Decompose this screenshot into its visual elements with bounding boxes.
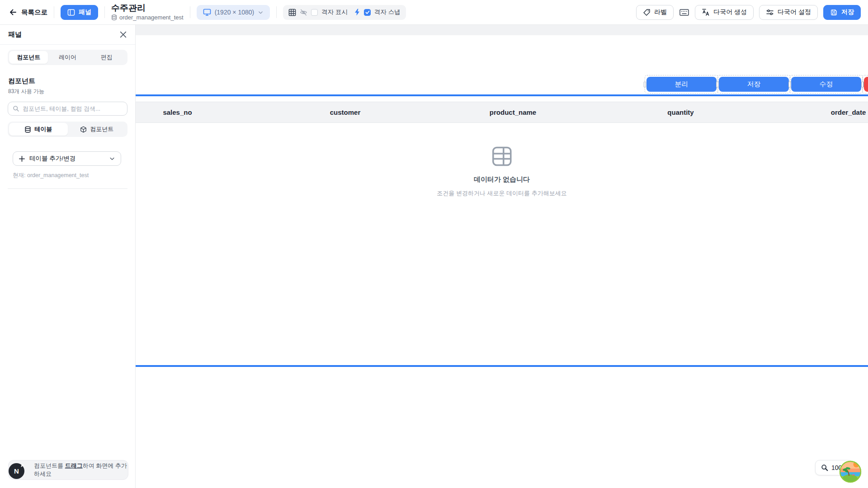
- table-selection-top-border: [136, 94, 868, 96]
- chevron-down-icon: [109, 155, 115, 162]
- page-title-block: 수주관리 order_management_test: [111, 4, 184, 21]
- close-icon[interactable]: [119, 31, 127, 38]
- selected-component-wrapper: 수정: [789, 75, 863, 94]
- panel-title: 패널: [8, 30, 22, 39]
- toolbar-divider: [190, 6, 190, 18]
- components-section-title: 컴포넌트: [8, 77, 127, 85]
- toolbar-right-group: 라벨 다국어 생성 다국어 설정: [636, 5, 861, 20]
- search-input[interactable]: [23, 105, 123, 112]
- canvas-button-clipped[interactable]: [864, 77, 868, 92]
- segment-components-label: 컴포넌트: [90, 125, 113, 133]
- empty-state-title: 데이터가 없습니다: [474, 175, 530, 184]
- save-icon: [830, 9, 838, 16]
- panel-left-icon: [67, 9, 75, 16]
- grid-snap-label: 격자 스냅: [374, 8, 401, 16]
- table-column-header: sales_no: [136, 102, 261, 122]
- table-column-header: order_date: [764, 102, 868, 122]
- back-button[interactable]: 목록으로: [9, 8, 47, 17]
- source-segmented-control: 테이블 컴포넌트: [8, 122, 127, 137]
- panel-tabs: 컴포넌트 레이어 편집: [8, 50, 127, 65]
- back-label: 목록으로: [21, 8, 47, 17]
- toolbar-divider: [276, 6, 277, 18]
- monitor-icon: [203, 8, 211, 16]
- database-icon: [24, 126, 31, 133]
- drag-hint-text: 컴포넌트를 드래그하여 화면에 추가하세요: [34, 462, 128, 478]
- resize-handle[interactable]: [861, 81, 863, 87]
- translate-icon: [702, 8, 710, 16]
- resize-handle[interactable]: [788, 81, 791, 87]
- table-column-header: quantity: [597, 102, 764, 122]
- table-empty-state: 데이터가 없습니다 조건을 변경하거나 새로운 데이터를 추가해보세요: [437, 146, 566, 197]
- chevron-down-icon: [258, 9, 264, 15]
- add-table-label: 테이블 추가/변경: [29, 155, 105, 163]
- resolution-value: (868 × 488): [215, 9, 255, 16]
- selected-component-wrapper: 저장: [717, 75, 791, 94]
- keyboard-icon[interactable]: [679, 8, 689, 17]
- island-sticker-icon: [839, 460, 862, 483]
- resize-handle[interactable]: [716, 81, 718, 87]
- save-button[interactable]: 저장: [823, 5, 861, 20]
- label-button[interactable]: 라벨: [636, 5, 674, 20]
- page-title: 수주관리: [111, 4, 184, 13]
- package-icon: [80, 126, 87, 133]
- add-table-button[interactable]: 테이블 추가/변경: [13, 151, 121, 166]
- tag-icon: [643, 9, 651, 16]
- cursor-badge: N: [9, 463, 24, 479]
- lightning-icon: [354, 9, 360, 16]
- grid-options-group: 격자 표시 격자 스냅: [283, 5, 406, 20]
- arrow-left-icon: [9, 8, 17, 16]
- table-column-header: product_name: [429, 102, 597, 122]
- tab-layers[interactable]: 레이어: [48, 51, 87, 64]
- magnifier-icon: [821, 464, 828, 471]
- database-icon: [111, 14, 117, 20]
- empty-state-subtitle: 조건을 변경하거나 새로운 데이터를 추가해보세요: [437, 189, 566, 197]
- i18n-settings-button[interactable]: 다국어 설정: [759, 5, 818, 20]
- table-column-header: customer: [261, 102, 429, 122]
- top-toolbar: 목록으로 패널 수주관리 order_management_test (1920…: [0, 0, 868, 25]
- selected-component-wrapper: 분리: [645, 75, 718, 94]
- i18n-settings-text: 다국어 설정: [778, 8, 811, 16]
- sliders-icon: [766, 8, 774, 16]
- canvas-button-save[interactable]: 저장: [719, 77, 789, 92]
- plus-icon: [19, 155, 25, 162]
- bound-table-name: order_management_test: [119, 14, 184, 21]
- selected-component-wrapper: [862, 75, 868, 94]
- segment-components[interactable]: 컴포넌트: [68, 123, 127, 136]
- grid-show-label: 격자 표시: [321, 8, 348, 16]
- left-panel: 패널 컴포넌트 레이어 편집 컴포넌트 83개 사용 가능 테이블: [0, 25, 136, 488]
- canvas-button-edit[interactable]: 수정: [791, 77, 861, 92]
- panel-toggle-button[interactable]: 패널: [61, 5, 98, 20]
- search-icon: [13, 105, 19, 112]
- grid-show-checkbox[interactable]: [311, 9, 318, 16]
- current-table-label: 현재: order_management_test: [13, 172, 123, 179]
- empty-table-icon: [491, 146, 512, 167]
- grid-snap-checkbox[interactable]: [364, 9, 371, 16]
- toolbar-divider: [54, 6, 54, 18]
- table-header-row: sales_no customer product_name quantity …: [136, 102, 868, 123]
- i18n-generate-button[interactable]: 다국어 생성: [695, 5, 754, 20]
- segment-tables[interactable]: 테이블: [9, 123, 68, 136]
- segment-tables-label: 테이블: [34, 125, 52, 133]
- component-search: [8, 102, 127, 116]
- resolution-selector[interactable]: (868 × 488): [197, 5, 270, 20]
- canvas-gutter: [136, 25, 868, 35]
- panel-toggle-label: 패널: [79, 8, 91, 16]
- canvas-button-separate[interactable]: 분리: [646, 77, 717, 92]
- drag-hint-tooltip: 컴포넌트를 드래그하여 화면에 추가하세요: [8, 460, 128, 480]
- components-count: 83개 사용 가능: [8, 88, 127, 95]
- i18n-generate-text: 다국어 생성: [713, 8, 747, 16]
- resize-handle[interactable]: [644, 81, 646, 87]
- tab-edit[interactable]: 편집: [87, 51, 126, 64]
- tab-components[interactable]: 컴포넌트: [9, 51, 48, 64]
- design-canvas: 분리 저장 수정 sales_no customer product_name …: [136, 25, 868, 488]
- label-button-text: 라벨: [654, 8, 667, 16]
- table-selection-bottom-border: [136, 365, 868, 367]
- grid-icon: [288, 9, 296, 16]
- save-button-text: 저장: [841, 8, 854, 16]
- toolbar-divider: [104, 6, 105, 18]
- check-icon: [365, 10, 370, 14]
- panel-divider: [8, 188, 127, 189]
- eye-off-icon: [300, 9, 307, 16]
